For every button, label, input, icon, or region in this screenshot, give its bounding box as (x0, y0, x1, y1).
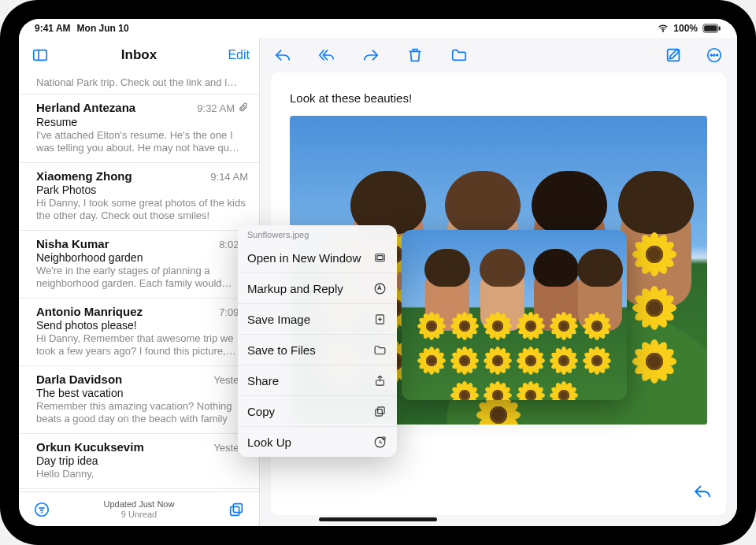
list-item-subject: The best vacation (36, 387, 248, 399)
context-menu-label: Look Up (247, 436, 291, 449)
copy-icon (372, 403, 387, 419)
list-item-sender: Antonio Manriquez (36, 305, 143, 318)
sidebar-footer: Updated Just Now 9 Unread (19, 491, 259, 526)
list-item-preview: Remember this amazing vacation? Nothing … (36, 400, 248, 425)
list-item[interactable]: Orkun KucuksevimYesterd Day trip ideaHel… (19, 434, 259, 489)
list-item[interactable]: Darla DavidsonYesterd The best vacationR… (19, 366, 259, 434)
delete-button[interactable] (403, 43, 427, 67)
mailbox-sidebar: Inbox Edit National Park trip. Check out… (19, 38, 260, 526)
list-item-preview: Hello Danny, (36, 468, 248, 480)
status-date: Mon Jun 10 (77, 23, 129, 34)
context-menu-filename: Sunflowers.jpeg (238, 225, 397, 243)
list-item-preview: Hi Danny, I took some great photos of th… (36, 197, 248, 222)
svg-point-15 (713, 54, 715, 56)
context-menu-item[interactable]: Look Up (238, 426, 397, 457)
svg-point-16 (717, 54, 718, 56)
window-icon (372, 250, 387, 265)
quick-reply-button[interactable] (693, 482, 712, 504)
lookup-icon (372, 434, 387, 450)
list-item[interactable]: Antonio Manriquez7:09 A Send photos plea… (19, 298, 259, 366)
list-item-subject: Day trip idea (36, 454, 248, 467)
sync-status-line: Updated Just Now (19, 499, 259, 510)
context-menu-label: Copy (247, 405, 275, 418)
status-time: 9:41 AM (35, 23, 71, 34)
share-icon (372, 373, 387, 388)
more-button[interactable] (702, 43, 726, 67)
context-menu-label: Markup and Reply (247, 282, 343, 295)
context-menu-item[interactable]: Share (238, 365, 397, 395)
compose-button[interactable] (662, 43, 685, 67)
list-item[interactable]: Nisha Kumar8:02 A Neighborhood gardenWe'… (19, 231, 259, 298)
battery-icon (702, 24, 721, 33)
message-list[interactable]: National Park trip. Check out the link a… (19, 72, 259, 491)
list-item-preview: I've attached Elton's resume. He's the o… (36, 129, 248, 154)
device-frame: 9:41 AM Mon Jun 10 100% ••• (0, 0, 756, 545)
list-item-subject: Send photos please! (36, 319, 248, 332)
context-menu-item[interactable]: Save to Files (238, 334, 397, 365)
list-item-time: 9:14 AM (210, 171, 248, 183)
reply-all-button[interactable] (315, 43, 339, 67)
home-indicator[interactable] (319, 517, 437, 521)
list-item-preview: We're in the early stages of planning a … (36, 265, 248, 290)
context-menu-item[interactable]: Markup and Reply (238, 272, 397, 303)
markup-icon (372, 280, 387, 296)
app: ••• Inbox Edit National Park trip. Check… (19, 38, 737, 526)
status-bar: 9:41 AM Mon Jun 10 100% (19, 19, 737, 38)
save-image-icon (372, 311, 387, 327)
list-item-subject: Resume (36, 116, 248, 128)
list-item-sender: Xiaomeng Zhong (36, 169, 132, 183)
forward-button[interactable] (359, 43, 383, 67)
context-menu-label: Open in New Window (247, 251, 361, 265)
context-menu-item[interactable]: Save Image (238, 303, 397, 334)
list-item[interactable]: National Park trip. Check out the link a… (19, 72, 259, 95)
svg-rect-23 (375, 409, 382, 416)
context-menu-item[interactable]: Copy (238, 395, 397, 426)
message-body: Look at these beauties! (290, 91, 707, 105)
svg-rect-3 (719, 26, 721, 30)
context-menu-item[interactable]: Open in New Window (238, 243, 397, 272)
move-button[interactable] (447, 43, 471, 67)
screen: 9:41 AM Mon Jun 10 100% ••• (19, 19, 737, 526)
reply-button[interactable] (271, 43, 295, 67)
svg-point-25 (382, 436, 385, 439)
context-menu-label: Share (247, 374, 279, 387)
wifi-icon (658, 23, 669, 34)
context-menu-label: Save to Files (247, 343, 316, 357)
list-item-sender: Nisha Kumar (36, 237, 109, 250)
svg-rect-2 (704, 25, 717, 32)
unread-count: 9 Unread (19, 510, 259, 520)
svg-point-0 (663, 31, 664, 32)
svg-rect-22 (377, 406, 384, 413)
list-item[interactable]: Xiaomeng Zhong9:14 AM Park PhotosHi Dann… (19, 163, 259, 231)
battery-percent: 100% (673, 23, 698, 34)
attachment-icon (238, 102, 248, 115)
list-item-preview: Hi Danny, Remember that awesome trip we … (36, 332, 248, 358)
attachment-preview-thumbnail[interactable] (402, 230, 627, 400)
list-item-sender: Herland Antezana (36, 101, 135, 114)
list-item-preview: National Park trip. Check out the link a… (36, 76, 248, 89)
list-item-subject: Park Photos (36, 184, 248, 196)
list-item-sender: Orkun Kucuksevim (36, 440, 144, 454)
sync-status: Updated Just Now 9 Unread (19, 499, 259, 519)
context-menu-label: Save Image (247, 313, 310, 326)
svg-point-14 (710, 54, 712, 56)
list-item-sender: Darla Davidson (36, 373, 122, 386)
attachment-context-menu: Sunflowers.jpeg Open in New WindowMarkup… (238, 225, 397, 457)
mailbox-title: Inbox (19, 47, 259, 63)
list-item[interactable]: Herland Antezana9:32 AM ResumeI've attac… (19, 95, 259, 163)
folder-icon (372, 342, 387, 358)
svg-rect-18 (376, 255, 382, 259)
list-item-subject: Neighborhood garden (36, 251, 248, 264)
list-item-time: 9:32 AM (197, 102, 248, 115)
edit-button[interactable]: Edit (228, 48, 250, 62)
sidebar-header: Inbox Edit (19, 38, 259, 72)
message-toolbar (260, 38, 737, 72)
